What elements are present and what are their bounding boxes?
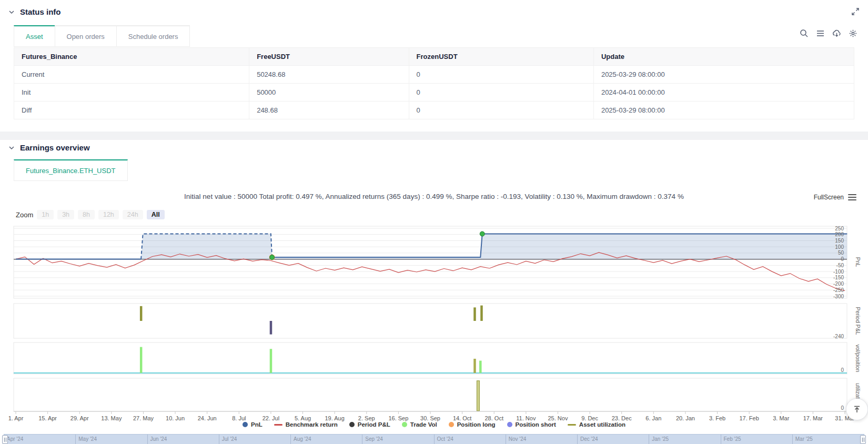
status-tabs: Asset Open orders Schedule orders <box>14 25 189 47</box>
search-icon[interactable] <box>800 29 809 38</box>
legend-label: Trade Vol <box>410 421 437 428</box>
x-axis-label: 10. Jun <box>166 415 185 421</box>
table-header-row: Futures_Binance FreeUSDT FrozenUSDT Upda… <box>14 48 854 66</box>
x-axis-label: 28. Oct <box>485 415 503 421</box>
x-axis-label: 17. Feb <box>739 415 759 421</box>
chart-stats-line: Initial net value : 50000 Total profit: … <box>0 193 868 200</box>
x-axis-label: 17. Mar <box>803 415 823 421</box>
col-futures-binance: Futures_Binance <box>14 48 249 66</box>
navigator-right-handle[interactable] <box>860 435 866 444</box>
panel-axis-title: PnL <box>855 257 861 267</box>
zoom-range-8h[interactable]: 8h <box>78 210 95 219</box>
legend-label: PnL <box>251 421 263 428</box>
period-pnl-bar <box>270 321 272 335</box>
section-divider <box>0 132 868 140</box>
legend-item[interactable]: Position long <box>449 421 496 428</box>
x-axis-label: 1. Apr <box>8 415 24 421</box>
x-axis-label: 23. Dec <box>612 415 632 421</box>
expand-icon[interactable] <box>851 7 860 16</box>
svg-text:-200: -200 <box>833 281 844 287</box>
cloud-download-icon[interactable] <box>832 29 841 38</box>
row-init-label: Init <box>14 84 249 102</box>
x-axis-label: 16. Sep <box>388 415 408 421</box>
zoom-range-3h[interactable]: 3h <box>57 210 74 219</box>
section-title-status-info: Status info <box>20 7 61 16</box>
svg-text:-240: -240 <box>833 334 844 339</box>
svg-text:250: 250 <box>835 226 844 231</box>
x-axis-label: 20. Jan <box>676 415 695 421</box>
row-diff-frozen: 0 <box>409 102 593 119</box>
legend-item[interactable]: Period P&L <box>349 421 390 428</box>
x-axis-label: 2. Sep <box>358 415 375 421</box>
trade-vol-bar <box>140 347 143 373</box>
col-frozenusdt: FrozenUSDT <box>409 48 593 66</box>
fullscreen-button[interactable]: FullScreen <box>814 194 856 201</box>
vol-position-panel <box>14 342 847 374</box>
menu-icon[interactable] <box>816 29 825 38</box>
svg-text:50: 50 <box>838 250 844 256</box>
x-axis-label: 8. Jul <box>232 415 246 421</box>
legend-label: Position long <box>457 421 496 428</box>
legend-symbol <box>402 422 407 427</box>
x-axis-label: 27. May <box>133 415 154 421</box>
x-axis-label: 24. Jun <box>198 415 217 421</box>
status-info-header[interactable]: Status info <box>8 7 61 16</box>
x-axis-label: 5. Aug <box>295 415 311 421</box>
x-axis-label: 13. May <box>101 415 122 421</box>
legend-item[interactable]: Asset utilization <box>568 421 625 428</box>
navigator-month: Apr '24 <box>4 435 75 444</box>
svg-text:0: 0 <box>841 367 844 373</box>
svg-text:0: 0 <box>841 256 844 262</box>
tab-asset[interactable]: Asset <box>14 25 55 47</box>
svg-text:200: 200 <box>835 231 844 237</box>
row-init-frozen: 0 <box>409 84 593 102</box>
utilization-panel <box>14 378 847 411</box>
navigator-month: May '24 <box>75 435 147 444</box>
row-current-label[interactable]: Current <box>14 66 249 84</box>
period-pnl-panel <box>14 304 847 338</box>
row-init-update: 2024-04-01 00:00:00 <box>593 84 854 102</box>
legend-item[interactable]: Trade Vol <box>402 421 437 428</box>
zoom-range-all[interactable]: All <box>147 210 165 219</box>
asset-table: Futures_Binance FreeUSDT FrozenUSDT Upda… <box>14 47 854 119</box>
trade-vol-bar <box>270 349 272 373</box>
zoom-range-12h[interactable]: 12h <box>98 210 119 219</box>
legend-item[interactable]: PnL <box>243 421 263 428</box>
period-pnl-bar <box>480 306 483 321</box>
period-pnl-bar <box>140 306 143 321</box>
hamburger-icon[interactable] <box>848 194 856 201</box>
zoom-range-buttons: 1h3h8h12h24hAll <box>37 210 164 219</box>
navigator-month: Aug '24 <box>290 435 362 444</box>
row-diff-free: 248.68 <box>249 102 409 119</box>
navigator-left-handle[interactable] <box>2 435 8 444</box>
back-to-top-icon <box>853 405 861 413</box>
tab-schedule-orders[interactable]: Schedule orders <box>116 25 190 47</box>
zoom-range-24h[interactable]: 24h <box>123 210 143 219</box>
svg-text:-300: -300 <box>833 294 844 299</box>
earnings-chart[interactable]: 250200150100500-50-100-150-200-250-300-2… <box>0 223 868 423</box>
x-axis-label: 14. Oct <box>453 415 471 421</box>
gear-icon[interactable] <box>849 29 857 38</box>
row-current-free: 50248.68 <box>249 66 409 84</box>
svg-text:-100: -100 <box>833 269 844 275</box>
panel-axis-title: Period P&L <box>855 307 861 335</box>
legend-item[interactable]: Benchmark return <box>274 421 338 428</box>
tab-open-orders[interactable]: Open orders <box>55 25 117 47</box>
zoom-range-1h[interactable]: 1h <box>37 210 54 219</box>
panel-axis-title: vol/position <box>855 345 861 372</box>
back-to-top-button[interactable] <box>846 398 868 420</box>
svg-text:0: 0 <box>841 405 844 411</box>
legend-symbol <box>568 424 576 426</box>
svg-text:-150: -150 <box>833 275 844 280</box>
x-axis-label: 3. Mar <box>773 415 790 421</box>
legend-item[interactable]: Position short <box>507 421 556 428</box>
trade-vol-bar <box>479 361 482 373</box>
table-row: Diff 248.68 0 2025-03-29 08:00:00 <box>14 102 854 119</box>
table-toolbar <box>800 29 857 38</box>
tab-futures-binance-eth-usdt[interactable]: Futures_Binance.ETH_USDT <box>14 159 128 181</box>
x-axis-label: 25. Nov <box>548 415 568 421</box>
chart-navigator[interactable]: Apr '24May '24Jun '24Jul '24Aug '24Sep '… <box>4 435 864 444</box>
x-axis-label: 30. Sep <box>420 415 440 421</box>
earnings-overview-header[interactable]: Earnings overview <box>8 143 90 152</box>
section-title-earnings: Earnings overview <box>20 143 90 152</box>
